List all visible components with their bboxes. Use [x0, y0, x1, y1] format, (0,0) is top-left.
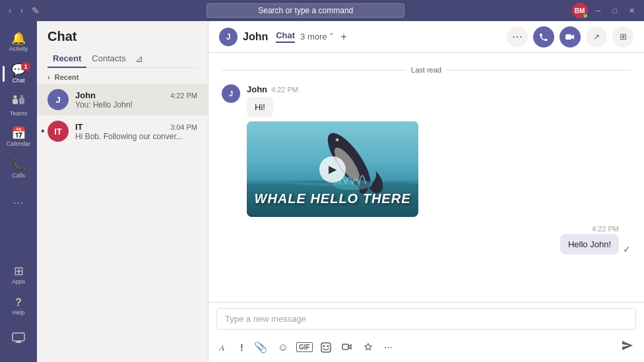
emoji-button[interactable]: ☺ — [275, 340, 291, 355]
svg-point-17 — [323, 345, 325, 347]
svg-point-18 — [327, 345, 329, 347]
forward-button[interactable]: › — [17, 5, 26, 16]
svg-point-14 — [333, 179, 372, 190]
sidebar-label-chat: Chat — [12, 77, 24, 84]
svg-rect-19 — [342, 344, 348, 349]
chat-panel-header: Chat Recent Contacts ⊿ — [37, 21, 208, 68]
grid-view-button[interactable]: ⊞ — [612, 26, 633, 47]
sidebar-label-teams: Teams — [10, 110, 28, 117]
msg-avatar-john: J — [222, 84, 240, 103]
divider-line-right — [447, 70, 631, 71]
svg-point-3 — [20, 95, 23, 98]
sent-msg-content: 4:22 PM Hello John! — [560, 225, 619, 255]
chat-panel-tabs: Recent Contacts ⊿ — [48, 49, 197, 68]
svg-rect-7 — [565, 34, 571, 40]
urgent-button[interactable]: ! — [238, 341, 246, 354]
main-chat: J John Chat 3 more ˅ + ⋯ ↗ — [209, 21, 644, 362]
search-bar[interactable]: Search or type a command — [207, 3, 404, 18]
sidebar-item-teams[interactable]: Teams — [3, 90, 34, 121]
sidebar-item-chat[interactable]: 💬 1 Chat — [3, 58, 34, 90]
titlebar-center: Search or type a command — [40, 3, 572, 18]
gif-text: WHALE HELLO THERE — [247, 191, 418, 206]
minimize-button[interactable]: ─ — [592, 5, 605, 16]
sidebar-item-activity[interactable]: 🔔 Activity — [3, 26, 34, 58]
status-dot — [583, 13, 588, 18]
divider-line-left — [222, 70, 406, 71]
sidebar-item-more[interactable]: ··· — [3, 187, 34, 219]
play-button[interactable]: ▶ — [319, 156, 346, 183]
chat-panel: Chat Recent Contacts ⊿ › Recent J John 4… — [37, 21, 209, 362]
more-dots-icon: ··· — [13, 197, 24, 209]
svg-rect-16 — [321, 343, 331, 352]
more-toolbar-button[interactable]: ··· — [381, 340, 395, 355]
attach-button[interactable]: 📎 — [251, 340, 270, 355]
avatar-john: J — [48, 89, 69, 110]
chat-item-name-john: John — [75, 90, 96, 100]
calendar-icon: 📅 — [11, 127, 26, 139]
svg-point-2 — [14, 95, 17, 98]
sidebar-item-apps[interactable]: ⊞ Apps — [3, 259, 34, 291]
message-row-john: J John 4:22 PM Hi! — [222, 84, 631, 217]
chat-header: J John Chat 3 more ˅ + ⋯ ↗ — [209, 21, 644, 53]
chat-item-name-it: IT — [75, 122, 83, 132]
sticker-button[interactable] — [318, 341, 334, 354]
titlebar: ‹ › ✎ Search or type a command BM ─ □ ✕ — [0, 0, 644, 21]
section-arrow: › — [48, 73, 50, 81]
chat-add-tab[interactable]: + — [340, 31, 346, 43]
chat-item-time-john: 4:22 PM — [170, 92, 197, 100]
back-button[interactable]: ‹ — [5, 5, 15, 16]
svg-point-13 — [337, 139, 338, 141]
format-button[interactable]: A — [216, 342, 232, 353]
gif-container[interactable]: ▶ WHALE HELLO THERE — [247, 121, 418, 217]
compose-button[interactable]: ✎ — [32, 5, 40, 16]
svg-rect-0 — [13, 99, 18, 104]
chat-list: J John 4:22 PM You: Hello John! IT IT 3:… — [37, 84, 208, 362]
avatar-it: IT — [48, 121, 69, 142]
meet-button[interactable] — [339, 342, 355, 353]
chat-badge: 1 — [21, 62, 30, 71]
device-icon — [12, 332, 25, 344]
chat-item-top-john: John 4:22 PM — [75, 90, 197, 100]
more-actions-button[interactable]: ⋯ — [507, 26, 528, 47]
chat-item-preview-it: Hi Bob. Following our conver... — [75, 132, 197, 141]
sidebar-item-device[interactable] — [3, 322, 34, 354]
sidebar-label-calendar: Calendar — [7, 140, 31, 147]
sidebar-label-help: Help — [13, 309, 25, 316]
msg-header-john: John 4:22 PM — [247, 84, 418, 94]
nav-buttons: ‹ › — [5, 5, 26, 16]
message-input-box[interactable]: Type a new message — [216, 308, 636, 330]
help-icon: ? — [15, 297, 22, 308]
chat-item-it[interactable]: IT IT 3:04 PM Hi Bob. Following our conv… — [37, 115, 208, 147]
filter-icon[interactable]: ⊿ — [135, 53, 143, 64]
message-input-area: Type a new message A ! 📎 ☺ GIF — [209, 302, 644, 362]
last-read-label: Last read — [411, 66, 441, 74]
sidebar: 🔔 Activity 💬 1 Chat Teams 📅 Calendar — [0, 21, 37, 362]
chat-item-john[interactable]: J John 4:22 PM You: Hello John! — [37, 84, 208, 115]
sidebar-item-calls[interactable]: 📞 Calls — [3, 153, 34, 185]
sent-message-row: 4:22 PM Hello John! ✓ — [222, 225, 631, 255]
svg-rect-6 — [15, 342, 22, 343]
tab-contacts[interactable]: Contacts — [86, 49, 131, 67]
sidebar-item-calendar[interactable]: 📅 Calendar — [3, 121, 34, 153]
chat-more-tabs[interactable]: 3 more ˅ — [300, 32, 334, 42]
user-avatar[interactable]: BM — [572, 3, 588, 18]
maximize-button[interactable]: □ — [608, 5, 621, 16]
praise-button[interactable] — [360, 341, 376, 354]
audio-call-button[interactable] — [533, 26, 554, 47]
messages-area: Last read J John 4:22 PM Hi! — [209, 53, 644, 302]
app-body: 🔔 Activity 💬 1 Chat Teams 📅 Calendar — [0, 21, 644, 362]
send-button[interactable] — [619, 338, 636, 357]
sent-time: 4:22 PM — [592, 225, 619, 233]
chat-item-preview-john: You: Hello John! — [75, 100, 197, 109]
calls-icon: 📞 — [11, 159, 26, 171]
screenshare-button[interactable]: ↗ — [586, 26, 607, 47]
sidebar-item-help[interactable]: ? Help — [3, 291, 34, 322]
video-call-button[interactable] — [560, 26, 581, 47]
titlebar-right: BM ─ □ ✕ — [572, 3, 639, 18]
gif-button[interactable]: GIF — [296, 342, 313, 352]
close-button[interactable]: ✕ — [625, 5, 639, 16]
sent-check-icon: ✓ — [623, 244, 631, 255]
section-label-recent: › Recent — [37, 68, 208, 84]
tab-recent[interactable]: Recent — [48, 49, 86, 67]
chat-tab-label[interactable]: Chat — [276, 30, 295, 43]
